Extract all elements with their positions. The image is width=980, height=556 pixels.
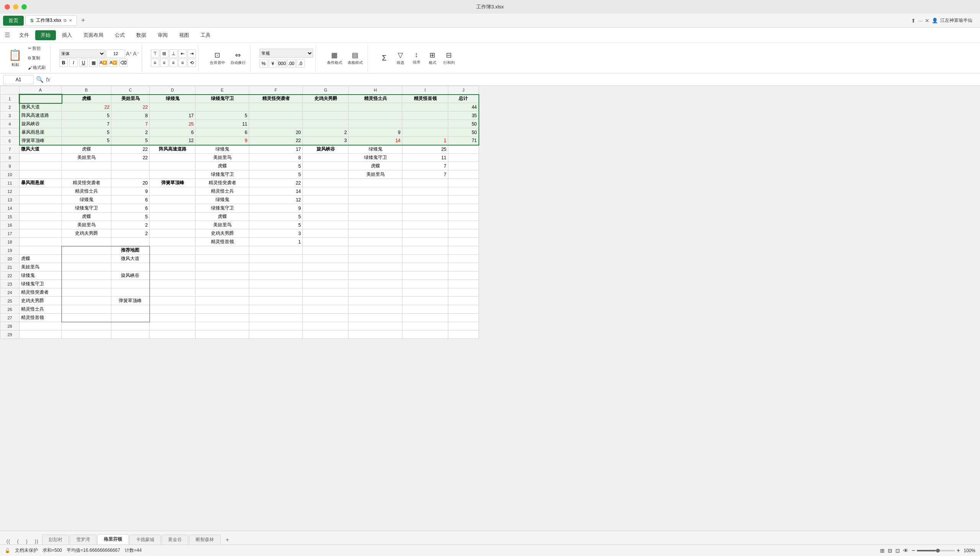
cell[interactable]: 35 [448,111,479,120]
cell[interactable]: 阵风高速道路 [150,145,196,154]
cell[interactable] [448,170,479,179]
cell[interactable]: 3 [303,137,349,145]
cell[interactable] [349,238,402,246]
cell[interactable]: 精灵怪士兵 [196,187,249,196]
cell[interactable] [249,120,303,128]
menu-formula[interactable]: 公式 [109,30,130,40]
file-tab[interactable]: S 工作簿3.xlsx ⧉ ✕ [25,15,77,26]
cell[interactable] [448,263,479,271]
cell[interactable] [196,330,249,339]
cell[interactable]: 美娃里鸟 [62,221,111,229]
cell[interactable] [150,154,196,162]
cell[interactable] [150,314,196,322]
font-increase-button[interactable]: A⁺ [126,51,132,57]
cell[interactable] [62,263,111,271]
share-icon[interactable]: ⬆ [911,18,916,24]
menu-view[interactable]: 视图 [174,30,194,40]
wrap-button[interactable]: ⇔ 自动换行 [228,49,248,67]
cell[interactable]: 17 [150,111,196,120]
cell[interactable] [20,229,62,238]
cell[interactable] [249,314,303,322]
cell[interactable] [150,330,196,339]
cell[interactable]: 22 [249,137,303,145]
cell[interactable] [150,288,196,297]
cell[interactable]: 旋风峡谷 [111,271,150,280]
cell[interactable] [402,246,448,255]
cell[interactable]: 精灵怪突袭者 [249,95,303,103]
merge-button[interactable]: ⊡ 合并居中 [207,49,227,67]
cell[interactable] [150,322,196,330]
cell[interactable] [303,204,349,213]
formula-input[interactable] [52,75,977,84]
currency-button[interactable]: ¥ [269,59,277,68]
cell[interactable] [150,221,196,229]
row-header-1[interactable]: 1 [0,95,20,103]
cell[interactable] [402,213,448,221]
menu-insert[interactable]: 插入 [57,30,77,40]
row-header-24[interactable]: 24 [0,288,20,297]
align-justify-button[interactable]: ≡ [178,59,187,67]
view-page-break-button[interactable]: ⊟ [888,548,892,554]
cell[interactable] [303,111,349,120]
col-header-J[interactable]: J [448,86,479,95]
cell[interactable] [20,162,62,170]
row-header-6[interactable]: 6 [0,137,20,145]
row-header-28[interactable]: 28 [0,322,20,330]
cell[interactable]: 绿矮鬼守卫 [196,204,249,213]
cell[interactable] [402,229,448,238]
cell[interactable] [349,229,402,238]
cell[interactable]: 暴风雨悬崖 [20,179,62,187]
col-header-F[interactable]: F [249,86,303,95]
col-header-I[interactable]: I [402,86,448,95]
cell[interactable] [303,263,349,271]
cell[interactable] [448,204,479,213]
cell[interactable]: 2 [111,229,150,238]
cell[interactable] [150,297,196,305]
cell[interactable] [62,271,111,280]
cell[interactable] [349,288,402,297]
italic-button[interactable]: I [69,59,78,67]
cell[interactable]: 史鸡夫男爵 [20,297,62,305]
formula-fx-button[interactable]: fx [46,77,50,83]
cell[interactable]: 史鸡夫男爵 [62,229,111,238]
search-icon[interactable]: 🔍 [36,76,44,83]
cell[interactable] [303,271,349,280]
zoom-slider[interactable] [917,550,955,551]
cell[interactable]: 绿矮鬼守卫 [62,204,111,213]
cell[interactable] [303,238,349,246]
cell[interactable]: 旋风峡谷 [303,145,349,154]
align-bottom-button[interactable]: ⊥ [169,49,178,58]
sheet-nav-prev[interactable]: ⟨ [14,538,22,545]
cell[interactable] [150,162,196,170]
cell[interactable]: 22 [111,154,150,162]
cell[interactable] [349,297,402,305]
cell[interactable]: 暴风雨悬崖 [20,128,62,137]
cell[interactable]: 虎蝶 [62,213,111,221]
cell[interactable] [402,221,448,229]
cell[interactable] [111,170,150,179]
cell[interactable] [249,103,303,111]
cell[interactable] [303,187,349,196]
row-header-16[interactable]: 16 [0,221,20,229]
cell[interactable]: 2 [111,221,150,229]
cell[interactable] [20,204,62,213]
cell[interactable]: 弹簧草顶峰 [111,297,150,305]
cell[interactable] [303,255,349,263]
cell[interactable]: 14 [249,187,303,196]
cell[interactable] [349,213,402,221]
col-header-C[interactable]: C [111,86,150,95]
cell[interactable] [150,238,196,246]
cell[interactable]: 绿矮鬼守卫 [349,154,402,162]
cell[interactable] [150,263,196,271]
cell[interactable] [150,229,196,238]
cell[interactable] [402,128,448,137]
cell[interactable] [448,213,479,221]
row-header-23[interactable]: 23 [0,280,20,288]
sheet-nav-last[interactable]: ⟩⟩ [31,538,41,545]
close-button[interactable] [5,4,10,10]
paste-button[interactable]: 📋 粘贴 [5,46,25,70]
cell[interactable] [349,330,402,339]
menu-home[interactable]: 开始 [35,30,56,40]
cell[interactable] [20,322,62,330]
cell[interactable]: 精灵怪首领 [20,314,62,322]
